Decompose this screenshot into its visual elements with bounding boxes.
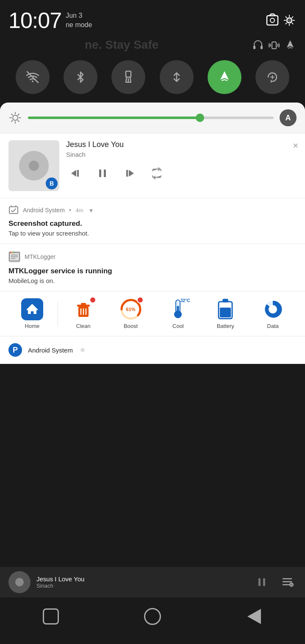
quick-settings <box>0 57 305 103</box>
top-icons-row <box>0 37 305 57</box>
music-info: Jesus I Love You Sinach <box>66 140 297 183</box>
notification-panel: A × B Jesus I Love You Sinach <box>0 103 305 364</box>
screenshot-app-name: Android System <box>23 207 65 214</box>
headset-icon <box>252 39 264 52</box>
svg-point-46 <box>175 311 181 318</box>
brightness-fill <box>28 117 200 119</box>
status-date-area: Jun 3 ne mode <box>66 11 92 30</box>
guardian-battery-icon-wrapper <box>214 298 236 320</box>
brightness-row: A <box>0 103 305 133</box>
guardian-data-icon <box>262 298 284 320</box>
svg-point-12 <box>13 115 18 120</box>
nav-home-button[interactable] <box>141 605 164 628</box>
mini-queue-button[interactable] <box>278 573 297 591</box>
qs-airplane-button[interactable] <box>208 60 241 94</box>
guardian-boost-label: Boost <box>124 323 138 329</box>
nav-recents-button[interactable] <box>39 605 63 628</box>
mini-controls <box>252 573 297 591</box>
guardian-clean-icon <box>72 298 94 320</box>
brightness-auto-button[interactable]: A <box>280 109 297 126</box>
guardian-home-icon <box>21 298 43 320</box>
nav-recents-icon <box>43 608 59 625</box>
svg-rect-2 <box>253 46 255 49</box>
mtklogger-notification[interactable]: MTKLogger MTKLogger service is running M… <box>0 244 305 291</box>
screenshot-expand-icon[interactable]: ▾ <box>89 206 93 214</box>
music-pause-button[interactable] <box>93 164 112 183</box>
svg-rect-0 <box>267 16 278 25</box>
svg-point-34 <box>12 252 13 253</box>
album-disc <box>19 151 49 180</box>
brightness-slider[interactable] <box>28 117 274 119</box>
svg-line-17 <box>11 114 13 115</box>
screenshot-body: Tap to view your screenshot. <box>8 230 297 237</box>
guardian-cool-label: Cool <box>172 323 184 329</box>
android-system-notification[interactable]: P Android System <box>0 336 305 364</box>
svg-rect-27 <box>9 207 18 214</box>
guardian-cool-item[interactable]: 32°C Cool <box>154 298 202 329</box>
music-next-button[interactable] <box>120 164 139 183</box>
guardian-data-item[interactable]: Data <box>249 298 297 329</box>
svg-rect-24 <box>104 169 106 177</box>
nav-bar <box>0 597 305 644</box>
svg-rect-38 <box>81 303 86 305</box>
screenshot-icon <box>265 13 280 28</box>
music-artist: Sinach <box>66 151 297 158</box>
svg-point-1 <box>270 18 274 22</box>
music-title: Jesus I Love You <box>66 140 297 149</box>
nav-back-icon <box>247 609 261 624</box>
guardian-clean-icon-wrapper <box>72 298 94 320</box>
guardian-clean-label: Clean <box>76 323 91 329</box>
nav-home-icon <box>144 608 161 625</box>
svg-line-19 <box>18 114 19 115</box>
screenshot-time: 4m <box>75 207 83 214</box>
mtklogger-app-name: MTKLogger <box>25 253 55 260</box>
svg-rect-22 <box>77 170 79 177</box>
mini-artist: Sinach <box>36 583 247 589</box>
qs-wifi-button[interactable] <box>16 60 50 94</box>
qs-rotation-button[interactable] <box>255 60 289 94</box>
qs-data-button[interactable] <box>160 60 194 94</box>
guardian-boost-icon: 61% <box>120 298 142 320</box>
status-bar: 10:07 Jun 3 ne mode <box>0 0 305 37</box>
nav-back-button[interactable] <box>242 605 266 628</box>
guardian-widget: Home <box>0 291 305 336</box>
guardian-divider-1 <box>58 301 58 327</box>
mini-pause-button[interactable] <box>252 573 271 591</box>
cool-temp: 32°C <box>180 298 190 303</box>
mtklogger-icon <box>8 251 20 263</box>
guardian-cool-icon-wrapper: 32°C <box>167 298 189 320</box>
android-sys-name: Android System <box>28 347 73 354</box>
guardian-cool-icon: 32°C <box>167 298 189 320</box>
boost-percent: 61% <box>126 307 136 312</box>
screenshot-notification[interactable]: Android System • 4m ▾ Screenshot capture… <box>0 198 305 244</box>
qs-bluetooth-button[interactable] <box>64 60 97 94</box>
mini-player[interactable]: Jesus I Love You Sinach <box>0 567 305 597</box>
guardian-battery-item[interactable]: Battery <box>202 298 249 329</box>
music-close-button[interactable]: × <box>293 140 298 151</box>
bullet-separator: • <box>69 206 72 214</box>
boost-badge <box>137 297 144 303</box>
music-notification[interactable]: × B Jesus I Love You Sinach <box>0 133 305 198</box>
mini-album-inner <box>15 578 24 586</box>
svg-rect-48 <box>223 299 228 302</box>
music-prev-button[interactable] <box>66 164 85 183</box>
mini-album-art <box>8 571 30 593</box>
brightness-thumb <box>196 114 204 122</box>
guardian-clean-item[interactable]: Clean <box>60 298 107 329</box>
android-sys-row: P Android System <box>8 343 297 357</box>
svg-marker-21 <box>71 170 76 177</box>
guardian-boost-item[interactable]: 61% Boost <box>107 298 155 329</box>
status-notification-text: ne mode <box>66 20 92 30</box>
mtklogger-body: MobileLog is on. <box>8 277 297 284</box>
svg-point-33 <box>10 252 11 253</box>
guardian-home-icon-wrapper <box>21 298 43 320</box>
svg-rect-52 <box>258 578 261 586</box>
guardian-home-item[interactable]: Home <box>8 298 56 329</box>
music-repeat-button[interactable] <box>147 164 166 183</box>
svg-rect-26 <box>126 170 128 177</box>
status-date: Jun 3 <box>66 11 92 20</box>
qs-flashlight-button[interactable] <box>111 60 145 94</box>
screenshot-title: Screenshot captured. <box>8 219 297 228</box>
svg-line-20 <box>11 120 13 122</box>
status-right-icons <box>265 13 297 28</box>
